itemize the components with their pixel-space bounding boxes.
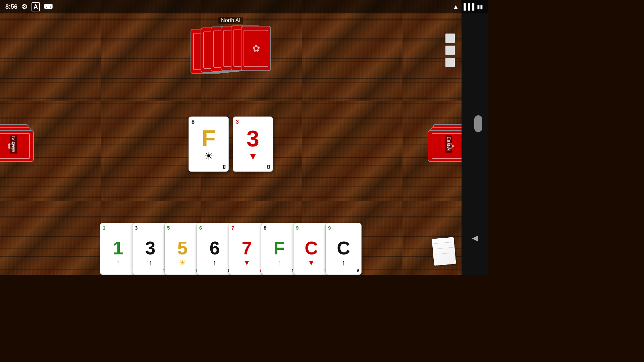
played-card-1-letter: F: [202, 127, 216, 149]
menu-dot-3: [445, 58, 455, 67]
hand-card-2-main: 3: [145, 237, 156, 258]
status-time: 8:56: [5, 3, 17, 10]
play-area: 8 F ☀ 8 3 3 ▼ 8: [189, 117, 273, 172]
player-hand: 1 1 ↑ 1 3 3 ↑ 3 5 5 ☀ 5 6 6 ↑ 9 7: [100, 223, 362, 275]
hand-card-7[interactable]: 9 C ▼ 6: [293, 223, 329, 275]
played-card-1-suit: ☀: [204, 150, 213, 162]
hand-card-8-top: 9: [328, 225, 331, 231]
played-card-2-bottom-value: 8: [267, 164, 270, 170]
hand-card-6-suit: ↑: [277, 258, 281, 267]
keyboard-icon[interactable]: ⌨: [44, 3, 53, 10]
scroll-handle[interactable]: [474, 115, 482, 132]
hand-card-3-top: 5: [167, 225, 170, 231]
hand-card-3[interactable]: 5 5 ☀ 5: [164, 223, 201, 275]
hand-card-5[interactable]: 7 7 ▼ 2: [229, 223, 265, 275]
battery-icon: ▮▮: [477, 4, 483, 10]
hand-card-2-suit: ↑: [149, 258, 152, 267]
hand-card-6-top: 8: [264, 225, 266, 231]
settings-icon[interactable]: ⚙: [21, 3, 28, 11]
hand-card-5-top: 7: [231, 225, 234, 231]
hand-card-1-suit: ↑: [116, 258, 120, 267]
hand-card-7-suit: ▼: [308, 258, 315, 267]
back-button[interactable]: ◀: [472, 233, 478, 243]
signal-icon: ▐▐▐: [462, 3, 474, 10]
hand-card-8-main: C: [337, 237, 350, 258]
right-panel: ◀: [462, 0, 488, 275]
menu-dot-2: [445, 46, 455, 55]
hand-card-7-main: C: [305, 237, 318, 258]
north-player-label: North AI: [218, 17, 243, 24]
hand-card-5-suit: ▼: [243, 258, 251, 267]
hand-card-8-bottom: 6: [357, 268, 359, 273]
east-player-label: East AI: [445, 135, 452, 153]
played-card-1-top-value: 8: [192, 119, 195, 125]
played-card-1-bottom-value: 8: [223, 164, 226, 170]
hand-card-4-top: 6: [199, 225, 202, 231]
hand-card-8[interactable]: 9 C ↑ 6: [325, 223, 362, 275]
hand-card-7-top: 9: [296, 225, 299, 231]
hand-card-4[interactable]: 6 6 ↑ 9: [197, 223, 233, 275]
score-pad: [432, 237, 456, 265]
hand-card-1-main: 1: [113, 237, 123, 258]
played-card-2: 3 3 ▼ 8: [233, 117, 273, 172]
hand-card-8-suit: ↑: [342, 258, 345, 267]
hand-card-2-top: 3: [135, 225, 138, 231]
played-card-2-top-value: 3: [236, 119, 239, 125]
hand-card-3-main: 5: [177, 237, 188, 258]
hand-card-1[interactable]: 1 1 ↑ 1: [100, 223, 136, 275]
west-player-label: West AI: [10, 135, 17, 154]
hand-card-6-main: F: [273, 237, 285, 258]
hand-card-3-suit: ☀: [179, 258, 186, 267]
north-card-6: ✿: [241, 26, 271, 71]
status-bar: 8:56 ⚙ A ⌨ ▲ ▐▐▐ ▮▮: [0, 0, 488, 13]
menu-dot-1: [445, 34, 455, 43]
north-card-stack: ✿ ✿ ✿: [191, 25, 271, 77]
north-player-area: North AI ✿ ✿: [191, 17, 271, 77]
accessibility-icon[interactable]: A: [32, 2, 40, 11]
hand-card-4-suit: ↑: [213, 258, 217, 267]
west-card-3: ✿: [0, 130, 34, 162]
west-player-area: ✿ ✿ ✿ West AI: [0, 104, 22, 184]
hand-card-1-top: 1: [103, 225, 105, 231]
hand-card-4-main: 6: [210, 237, 220, 258]
played-card-1: 8 F ☀ 8: [189, 117, 229, 172]
hand-card-5-main: 7: [242, 237, 252, 258]
east-player-area: ✿ ✿ ✿ East AI: [440, 104, 462, 184]
game-area: North AI ✿ ✿: [0, 13, 462, 275]
hand-card-2[interactable]: 3 3 ↑ 3: [132, 223, 168, 275]
hand-card-6[interactable]: 8 F ↑ 8: [261, 223, 297, 275]
played-card-2-number: 3: [247, 127, 259, 149]
wifi-icon: ▲: [453, 3, 459, 10]
played-card-2-suit: ▼: [248, 150, 258, 162]
menu-button[interactable]: [445, 34, 455, 67]
